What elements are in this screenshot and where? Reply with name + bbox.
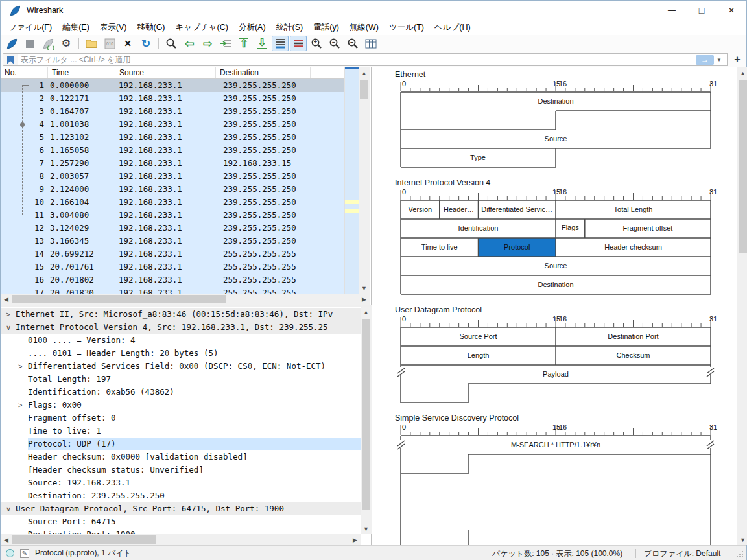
packet-row[interactable]: 113.004080192.168.233.1239.255.255.250	[1, 209, 344, 222]
packet-row[interactable]: 133.166345192.168.233.1239.255.255.250	[1, 235, 344, 248]
field-ip-dsf[interactable]: Differentiated Servic…	[481, 205, 552, 213]
apply-filter-button[interactable]: →	[696, 55, 714, 65]
add-filter-button[interactable]: +	[730, 53, 744, 66]
ipv4-diagram[interactable]: 0151631 Version Header… Differentiated S…	[401, 189, 711, 296]
scrollbar-thumb[interactable]	[360, 80, 368, 99]
packet-row[interactable]: 30.164707192.168.233.1239.255.255.250	[1, 105, 344, 118]
capture-options-button[interactable]: ⚙	[58, 36, 75, 51]
profile-text[interactable]: プロファイル: Default	[644, 548, 720, 559]
packet-row[interactable]: 41.001038192.168.233.1239.255.255.250	[1, 118, 344, 131]
packet-row[interactable]: 71.257290192.168.233.1192.168.233.15	[1, 157, 344, 170]
field-ip-total-length[interactable]: Total Length	[614, 205, 653, 213]
detail-line[interactable]: >Ethernet II, Src: Microsof_a8:83:46 (00…	[1, 308, 361, 321]
expander-icon[interactable]: ∨	[6, 321, 16, 334]
menu-go[interactable]: 移動(G)	[132, 21, 170, 34]
close-file-button[interactable]: ✕	[119, 36, 136, 51]
detail-line[interactable]: Time to live: 1	[1, 425, 361, 438]
field-ip-header-checksum[interactable]: Header checksum	[604, 243, 662, 251]
field-ip-fragment-offset[interactable]: Fragment offset	[622, 224, 672, 232]
capture-comment-icon[interactable]: ✎	[20, 549, 29, 558]
menu-wireless[interactable]: 無線(W)	[344, 21, 384, 34]
field-udp-destination-port[interactable]: Destination Port	[608, 332, 658, 340]
expert-info-icon[interactable]	[6, 549, 14, 557]
field-udp-checksum[interactable]: Checksum	[617, 351, 650, 359]
details-vscrollbar[interactable]: ▲ ▼	[361, 307, 372, 534]
detail-line[interactable]: 0100 .... = Version: 4	[1, 334, 361, 347]
field-ip-identification[interactable]: Identification	[458, 224, 499, 232]
scrollbar-thumb[interactable]	[12, 295, 226, 303]
column-header-destination[interactable]: Destination	[216, 67, 311, 78]
packet-row[interactable]: 1720.701830192.168.233.1255.255.255.255	[1, 286, 344, 294]
detail-line[interactable]: >Flags: 0x00	[1, 399, 361, 412]
find-packet-button[interactable]	[163, 36, 180, 51]
zoom-in-button[interactable]: +	[308, 36, 325, 51]
detail-line[interactable]: Source: 192.168.233.1	[1, 476, 361, 489]
column-header-no[interactable]: No.	[1, 67, 48, 78]
column-header-source[interactable]: Source	[115, 67, 216, 78]
minimize-button[interactable]: —	[657, 1, 687, 20]
detail-line[interactable]: Header checksum: 0x0000 [validation disa…	[1, 450, 361, 463]
packet-row[interactable]: 102.166104192.168.233.1239.255.255.250	[1, 196, 344, 209]
scrollbar-thumb[interactable]	[362, 319, 370, 510]
packet-row[interactable]: 123.124029192.168.233.1239.255.255.250	[1, 222, 344, 235]
packet-row[interactable]: 1620.701802192.168.233.1255.255.255.255	[1, 274, 344, 286]
intelligent-scrollbar-minimap[interactable]	[344, 67, 359, 294]
packet-list-vscrollbar[interactable]: ▲ ▼	[359, 67, 370, 294]
menu-tools[interactable]: ツール(T)	[384, 21, 429, 34]
detail-line[interactable]: Fragment offset: 0	[1, 412, 361, 425]
detail-line[interactable]: Protocol: UDP (17)	[1, 438, 361, 450]
field-ip-ttl[interactable]: Time to live	[421, 243, 458, 251]
detail-line[interactable]: >Differentiated Services Field: 0x00 (DS…	[1, 360, 361, 373]
menu-edit[interactable]: 編集(E)	[57, 21, 95, 34]
reload-file-button[interactable]: ↻	[137, 36, 154, 51]
scroll-up-icon[interactable]: ▲	[737, 67, 747, 78]
scroll-up-icon[interactable]: ▲	[359, 67, 370, 78]
field-ip-header-length[interactable]: Header…	[444, 205, 474, 213]
first-packet-button[interactable]: ⇧	[235, 36, 252, 51]
packet-row[interactable]: 92.124000192.168.233.1239.255.255.250	[1, 183, 344, 196]
next-packet-button[interactable]: ⇨	[199, 36, 216, 51]
field-eth-type[interactable]: Type	[470, 154, 486, 161]
go-to-packet-button[interactable]	[217, 36, 234, 51]
field-ip-flags[interactable]: Flags	[562, 224, 579, 231]
field-eth-destination[interactable]: Destination	[538, 97, 573, 105]
menu-statistics[interactable]: 統計(S)	[271, 21, 309, 34]
field-udp-source-port[interactable]: Source Port	[459, 332, 497, 340]
packet-row[interactable]: 10.000000192.168.233.1239.255.255.250	[1, 79, 344, 92]
detail-line[interactable]: .... 0101 = Header Length: 20 bytes (5)	[1, 347, 361, 360]
last-packet-button[interactable]: ⇩	[254, 36, 270, 51]
display-filter-input[interactable]: 表示フィルタ ... <Ctrl-/> を適用 → ▼	[18, 53, 728, 66]
menu-capture[interactable]: キャプチャ(C)	[171, 21, 233, 34]
resize-grip[interactable]	[742, 556, 743, 557]
field-udp-payload[interactable]: Payload	[543, 370, 569, 378]
zoom-out-button[interactable]: −	[326, 36, 343, 51]
expander-icon[interactable]: >	[18, 360, 28, 373]
scroll-down-icon[interactable]: ▼	[361, 523, 372, 534]
auto-scroll-button[interactable]	[272, 36, 289, 51]
field-ip-destination[interactable]: Destination	[538, 281, 573, 288]
packet-row[interactable]: 1520.701761192.168.233.1255.255.255.255	[1, 261, 344, 274]
detail-line[interactable]: Total Length: 197	[1, 373, 361, 386]
field-ip-version[interactable]: Version	[409, 205, 433, 213]
menu-telephony[interactable]: 電話(y)	[308, 21, 344, 34]
field-ssdp-request-line[interactable]: M-SEARCH * HTTP/1.1¥r¥n	[511, 441, 600, 449]
packet-row[interactable]: 1420.699212192.168.233.1255.255.255.255	[1, 248, 344, 261]
packet-row[interactable]: 61.165058192.168.233.1239.255.255.250	[1, 144, 344, 157]
detail-line[interactable]: Destination Port: 1900	[1, 528, 361, 534]
detail-line[interactable]: Identification: 0xab56 (43862)	[1, 386, 361, 399]
packet-row[interactable]: 51.123102192.168.233.1239.255.255.250	[1, 131, 344, 144]
field-ip-source[interactable]: Source	[545, 262, 567, 270]
menu-analyze[interactable]: 分析(A)	[233, 21, 271, 34]
filter-bookmark-button[interactable]	[3, 53, 18, 66]
zoom-100-button[interactable]: =	[344, 36, 361, 51]
packet-row[interactable]: 20.122171192.168.233.1239.255.255.250	[1, 92, 344, 105]
menu-help[interactable]: ヘルプ(H)	[429, 21, 476, 34]
diagram-vscrollbar[interactable]: ▲ ▼	[737, 67, 747, 545]
udp-diagram[interactable]: 0151631 Source Port Destination Port Len…	[401, 316, 711, 404]
start-capture-button[interactable]	[3, 36, 20, 51]
open-file-button[interactable]	[83, 36, 100, 51]
packet-list-hscrollbar[interactable]: ◀ ▶	[1, 294, 370, 305]
field-udp-length[interactable]: Length	[468, 351, 490, 359]
scroll-left-icon[interactable]: ◀	[1, 294, 12, 305]
expander-icon[interactable]: >	[18, 399, 28, 412]
